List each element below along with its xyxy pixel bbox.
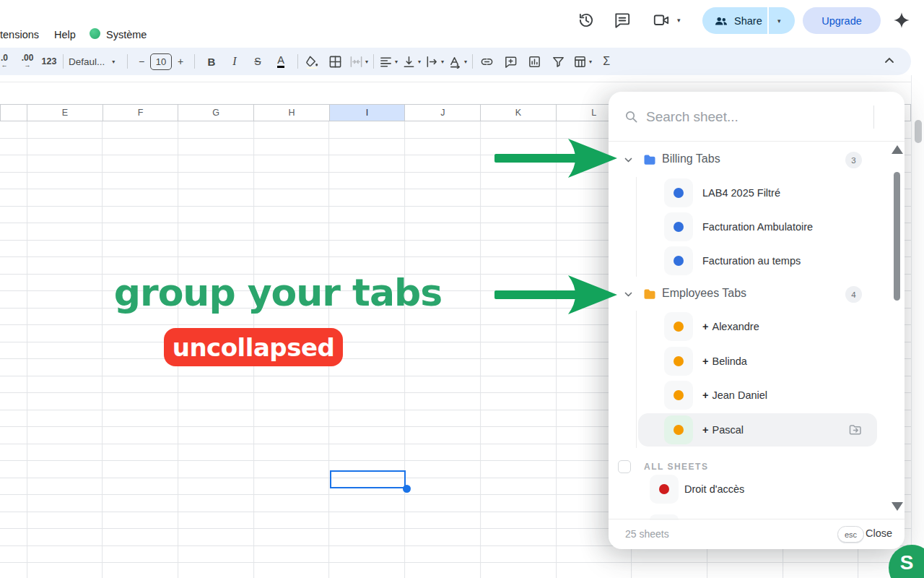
comments-icon[interactable] bbox=[613, 11, 632, 30]
menu-help[interactable]: Help bbox=[54, 27, 76, 43]
collapse-toolbar-icon[interactable] bbox=[884, 55, 895, 69]
sheet-item[interactable]: LAB4 2025 Filtré bbox=[609, 178, 905, 207]
insert-link-button[interactable] bbox=[478, 52, 495, 71]
fill-color-icon bbox=[305, 55, 319, 69]
divider bbox=[0, 82, 924, 82]
menu-systeme[interactable]: Système bbox=[106, 27, 147, 43]
scroll-down-icon[interactable] bbox=[892, 502, 903, 511]
sheet-tile bbox=[664, 347, 693, 376]
divider bbox=[63, 54, 64, 69]
meet-camera-icon[interactable] bbox=[652, 11, 671, 30]
borders-button[interactable] bbox=[326, 52, 344, 71]
sheet-item[interactable]: +Belinda bbox=[609, 347, 905, 376]
text-rotation-button[interactable]: ▾ bbox=[448, 52, 467, 71]
column-header-J[interactable]: J bbox=[405, 104, 481, 121]
sheet-scrollbar-thumb[interactable] bbox=[915, 120, 922, 143]
sheet-item[interactable]: +Alexandre bbox=[609, 312, 905, 341]
gemini-sparkle-icon[interactable] bbox=[892, 11, 911, 30]
sheet-tile bbox=[664, 312, 693, 341]
sheet-tile bbox=[664, 246, 693, 275]
functions-button[interactable]: Σ bbox=[598, 52, 615, 71]
sheet-tile bbox=[664, 212, 693, 241]
sheet-tile bbox=[650, 475, 679, 504]
italic-button[interactable]: I bbox=[226, 52, 243, 71]
version-history-icon[interactable] bbox=[577, 11, 596, 30]
divider bbox=[194, 54, 195, 69]
sheet-label: Facturation Ambulatoire bbox=[702, 212, 813, 241]
insert-chart-button[interactable] bbox=[526, 52, 543, 71]
font-size-input[interactable]: 10 bbox=[150, 53, 172, 70]
text-rotation-icon bbox=[448, 55, 462, 69]
increase-font-button[interactable]: + bbox=[172, 52, 189, 71]
column-header-H[interactable]: H bbox=[254, 104, 330, 121]
upgrade-button[interactable]: Upgrade bbox=[803, 7, 881, 34]
group-count-badge: 4 bbox=[845, 286, 862, 303]
decrease-decimal-button[interactable]: .0← bbox=[0, 52, 13, 71]
sheet-color-dot bbox=[674, 256, 684, 266]
sheet-item[interactable]: Facturation au temps bbox=[609, 246, 905, 275]
column-header-G[interactable]: G bbox=[178, 104, 254, 121]
vertical-align-button[interactable]: ▾ bbox=[402, 52, 421, 71]
fill-color-button[interactable] bbox=[303, 52, 321, 71]
column-header-E[interactable]: E bbox=[27, 104, 103, 121]
horizontal-align-icon bbox=[379, 55, 393, 69]
decrease-font-button[interactable]: − bbox=[133, 52, 150, 71]
divider bbox=[472, 54, 473, 69]
checkbox[interactable] bbox=[618, 460, 631, 473]
horizontal-align-button[interactable]: ▾ bbox=[379, 52, 398, 71]
menu-extensions[interactable]: tensions bbox=[0, 27, 39, 43]
text-wrap-button[interactable]: ▾ bbox=[425, 52, 444, 71]
sheet-item[interactable]: Droit d'accès bbox=[609, 475, 905, 504]
table-views-button[interactable]: ▾ bbox=[573, 52, 592, 71]
search-row bbox=[609, 92, 905, 142]
insert-link-icon bbox=[480, 55, 494, 69]
column-header-stub[interactable] bbox=[0, 104, 27, 121]
sheet-color-dot bbox=[659, 484, 669, 494]
selected-cell[interactable] bbox=[330, 470, 406, 488]
column-header-K[interactable]: K bbox=[481, 104, 557, 121]
sheet-tile bbox=[664, 415, 693, 444]
selection-fill-handle[interactable] bbox=[403, 485, 411, 493]
fab-logo: S bbox=[900, 551, 914, 574]
close-button[interactable]: Close bbox=[866, 527, 892, 539]
group-count-badge: 3 bbox=[845, 152, 862, 168]
move-to-folder-icon[interactable] bbox=[849, 423, 862, 436]
insert-comment-button[interactable] bbox=[502, 52, 519, 71]
text-wrap-icon bbox=[425, 55, 439, 69]
strikethrough-button[interactable]: S bbox=[249, 52, 266, 71]
merge-cells-button[interactable]: ▾ bbox=[349, 52, 368, 71]
sheet-item[interactable]: +Jean Daniel bbox=[609, 381, 905, 410]
column-header-I-selected[interactable]: I bbox=[330, 104, 406, 121]
dropdown-caret-icon[interactable]: ▾ bbox=[677, 17, 681, 24]
insert-chart-icon bbox=[528, 55, 541, 69]
divider bbox=[297, 54, 298, 69]
text-color-button[interactable]: A bbox=[272, 52, 289, 71]
share-dropdown-caret-icon[interactable]: ▾ bbox=[777, 17, 781, 25]
group-row-employees-tabs[interactable]: Employees Tabs 4 bbox=[609, 280, 905, 308]
bold-button[interactable]: B bbox=[203, 52, 220, 71]
chevron-down-icon[interactable] bbox=[624, 289, 633, 298]
sheet-color-dot bbox=[674, 356, 684, 366]
sheets-count: 25 sheets bbox=[625, 528, 669, 540]
sheet-color-dot bbox=[674, 425, 684, 435]
green-arrow-icon bbox=[493, 137, 619, 179]
chevron-down-icon[interactable] bbox=[624, 155, 633, 164]
create-filter-icon bbox=[552, 55, 565, 69]
sheet-item-active[interactable]: +Pascal bbox=[638, 413, 877, 447]
group-row-billing-tabs[interactable]: Billing Tabs 3 bbox=[609, 146, 905, 173]
merge-cells-icon bbox=[349, 55, 363, 69]
create-filter-button[interactable] bbox=[549, 52, 567, 71]
font-select[interactable]: Defaul... ▾ bbox=[69, 52, 122, 71]
share-button[interactable]: Share ▾ bbox=[702, 7, 795, 34]
column-header-F[interactable]: F bbox=[103, 104, 179, 121]
sheet-color-dot bbox=[674, 390, 684, 400]
divider bbox=[373, 54, 374, 69]
sheet-label: Facturation au temps bbox=[702, 246, 801, 275]
sheet-scrollbar[interactable] bbox=[911, 75, 924, 578]
headline-text: group your tabs bbox=[114, 271, 442, 314]
sheet-item[interactable]: Facturation Ambulatoire bbox=[609, 212, 905, 241]
search-input[interactable] bbox=[646, 105, 863, 129]
folder-icon bbox=[642, 152, 657, 167]
number-format-button[interactable]: 123 bbox=[40, 52, 58, 71]
increase-decimal-button[interactable]: .00→ bbox=[19, 52, 36, 71]
